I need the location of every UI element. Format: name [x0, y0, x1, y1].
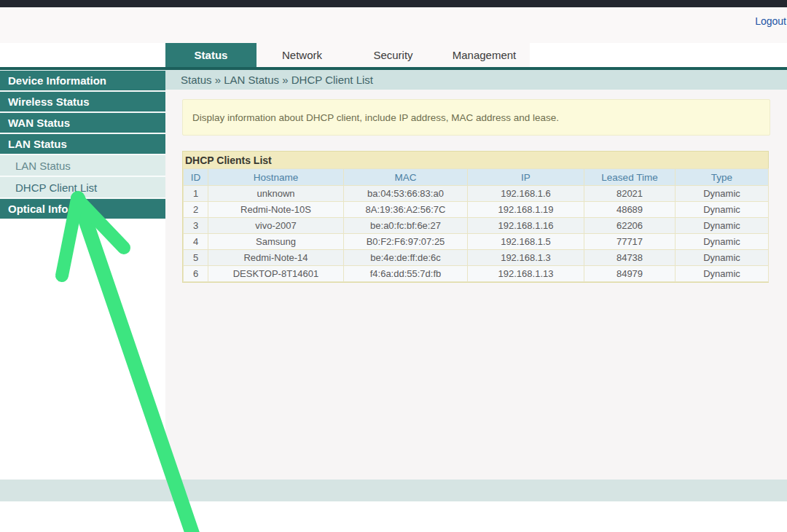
cell-type: Dynamic — [676, 202, 769, 218]
cell-ip: 192.168.1.3 — [468, 250, 584, 266]
column-header-hostname: Hostname — [208, 169, 344, 186]
cell-hostname: Redmi-Note-10S — [208, 202, 344, 218]
breadcrumb: Status » LAN Status » DHCP Client List — [181, 74, 373, 86]
cell-ip: 192.168.1.5 — [468, 234, 584, 250]
cell-type: Dynamic — [676, 250, 769, 266]
main-nav-tabs: StatusNetworkSecurityManagement — [165, 43, 530, 67]
column-header-leased-time: Leased Time — [584, 169, 676, 186]
table-row: 6DESKTOP-8T14601f4:6a:dd:55:7d:fb192.168… — [184, 266, 769, 282]
cell-id: 6 — [184, 266, 208, 282]
sidebar-item-lan-status-sub[interactable]: LAN Status — [0, 154, 165, 176]
router-admin-page: Logout StatusNetworkSecurityManagement S… — [0, 0, 787, 532]
cell-id: 3 — [184, 218, 208, 234]
sidebar-item-lan-status[interactable]: LAN Status — [0, 133, 165, 154]
info-box: Display information about DHCP client, i… — [182, 99, 770, 136]
sidebar-item-wireless-status[interactable]: Wireless Status — [0, 91, 165, 112]
cell-leased-time: 48689 — [584, 202, 676, 218]
dhcp-clients-section: DHCP Clients List IDHostnameMACIPLeased … — [182, 151, 769, 283]
sidebar-item-optical-info[interactable]: Optical Info — [0, 198, 165, 219]
column-header-type: Type — [676, 169, 769, 186]
cell-leased-time: 77717 — [584, 234, 676, 250]
cell-hostname: Redmi-Note-14 — [208, 250, 344, 266]
cell-mac: be:4e:de:ff:de:6c — [344, 250, 468, 266]
column-header-id: ID — [184, 169, 208, 186]
info-box-text: Display information about DHCP client, i… — [192, 112, 559, 123]
cell-leased-time: 62206 — [584, 218, 676, 234]
cell-id: 5 — [184, 250, 208, 266]
tab-management[interactable]: Management — [439, 43, 530, 67]
cell-id: 1 — [184, 186, 208, 202]
sidebar-item-wan-status[interactable]: WAN Status — [0, 112, 165, 133]
sidebar-menu: Device InformationWireless StatusWAN Sta… — [0, 70, 165, 219]
cell-hostname: unknown — [208, 186, 344, 202]
cell-leased-time: 82021 — [584, 186, 676, 202]
cell-id: 4 — [184, 234, 208, 250]
column-header-mac: MAC — [344, 169, 468, 186]
cell-ip: 192.168.1.19 — [468, 202, 584, 218]
cell-ip: 192.168.1.6 — [468, 186, 584, 202]
cell-id: 2 — [184, 202, 208, 218]
cell-mac: f4:6a:dd:55:7d:fb — [344, 266, 468, 282]
cell-hostname: DESKTOP-8T14601 — [208, 266, 344, 282]
cell-hostname: Samsung — [208, 234, 344, 250]
browser-top-bar — [0, 0, 787, 7]
cell-type: Dynamic — [676, 234, 769, 250]
tab-status[interactable]: Status — [165, 43, 257, 67]
table-row: 1unknownba:04:53:66:83:a0192.168.1.68202… — [184, 186, 769, 202]
sidebar-item-device-information[interactable]: Device Information — [0, 70, 165, 90]
content-background — [165, 90, 787, 480]
cell-mac: B0:F2:F6:97:07:25 — [344, 234, 468, 250]
footer-band — [0, 480, 787, 501]
cell-leased-time: 84979 — [584, 266, 676, 282]
column-header-ip: IP — [468, 169, 584, 186]
tab-security[interactable]: Security — [348, 43, 439, 67]
logout-link[interactable]: Logout — [755, 15, 786, 27]
cell-mac: ba:04:53:66:83:a0 — [344, 186, 468, 202]
cell-type: Dynamic — [676, 218, 769, 234]
cell-type: Dynamic — [676, 186, 769, 202]
table-header-row: IDHostnameMACIPLeased TimeType — [184, 169, 769, 186]
cell-mac: 8A:19:36:A2:56:7C — [344, 202, 468, 218]
cell-hostname: vivo-2007 — [208, 218, 344, 234]
dhcp-clients-table: IDHostnameMACIPLeased TimeType1unknownba… — [183, 168, 769, 282]
table-row: 4SamsungB0:F2:F6:97:07:25192.168.1.57771… — [184, 234, 769, 250]
tab-network[interactable]: Network — [257, 43, 348, 67]
table-row: 5Redmi-Note-14be:4e:de:ff:de:6c192.168.1… — [184, 250, 769, 266]
cell-ip: 192.168.1.13 — [468, 266, 584, 282]
sidebar-item-dhcp-client-list-sub[interactable]: DHCP Client List — [0, 176, 165, 197]
table-row: 3vivo-2007be:a0:fc:bf:6e:27192.168.1.166… — [184, 218, 769, 234]
cell-ip: 192.168.1.16 — [468, 218, 584, 234]
table-title: DHCP Clients List — [183, 152, 768, 168]
cell-type: Dynamic — [676, 266, 769, 282]
cell-mac: be:a0:fc:bf:6e:27 — [344, 218, 468, 234]
header-background — [0, 7, 787, 43]
cell-leased-time: 84738 — [584, 250, 676, 266]
breadcrumb-bar: Status » LAN Status » DHCP Client List — [165, 70, 787, 90]
table-row: 2Redmi-Note-10S8A:19:36:A2:56:7C192.168.… — [184, 202, 769, 218]
